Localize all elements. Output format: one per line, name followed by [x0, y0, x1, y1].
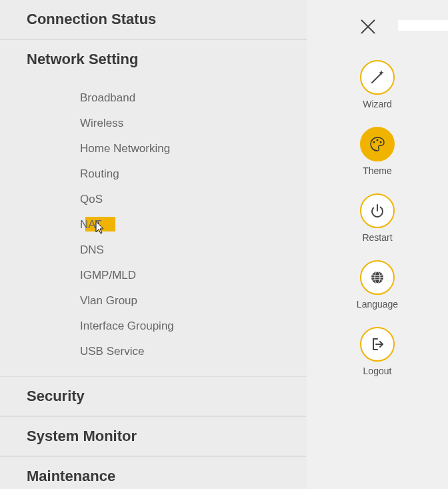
logout-icon: [360, 327, 395, 362]
language-label: Language: [357, 299, 398, 310]
svg-point-4: [377, 139, 379, 141]
submenu-routing[interactable]: Routing: [0, 161, 307, 187]
logout-label: Logout: [363, 366, 392, 376]
security-header[interactable]: Security: [0, 376, 307, 416]
submenu-nat[interactable]: NAT: [0, 212, 307, 237]
theme-label: Theme: [363, 165, 392, 176]
restart-label: Restart: [362, 232, 392, 243]
wizard-icon: [360, 60, 395, 95]
connection-status-header[interactable]: Connection Status: [0, 0, 307, 39]
submenu-broadband[interactable]: Broadband: [0, 85, 307, 111]
wizard-label: Wizard: [363, 99, 392, 109]
submenu-interface-grouping[interactable]: Interface Grouping: [0, 314, 307, 339]
submenu-vlan-group[interactable]: Vlan Group: [0, 288, 307, 314]
submenu-wireless[interactable]: Wireless: [0, 111, 307, 136]
restart-icon: [360, 193, 395, 228]
language-icon: [360, 260, 395, 295]
system-monitor-header[interactable]: System Monitor: [0, 416, 307, 456]
submenu-igmp-mld[interactable]: IGMP/MLD: [0, 263, 307, 288]
theme-action[interactable]: Theme: [360, 127, 395, 176]
theme-icon: [360, 127, 395, 161]
svg-line-2: [372, 73, 381, 83]
network-submenu: Broadband Wireless Home Networking Routi…: [0, 79, 307, 376]
white-bar: [398, 20, 448, 31]
actions-panel: Wizard Theme Restart: [307, 0, 448, 489]
maintenance-header[interactable]: Maintenance: [0, 456, 307, 489]
svg-point-5: [380, 141, 382, 143]
svg-point-3: [373, 141, 375, 143]
submenu-usb-service[interactable]: USB Service: [0, 339, 307, 364]
submenu-dns[interactable]: DNS: [0, 237, 307, 263]
logout-action[interactable]: Logout: [360, 327, 395, 376]
close-icon[interactable]: [355, 13, 381, 40]
submenu-qos[interactable]: QoS: [0, 187, 307, 212]
wizard-action[interactable]: Wizard: [360, 60, 395, 109]
navigation-panel: Connection Status Network Setting Broadb…: [0, 0, 307, 489]
language-action[interactable]: Language: [357, 260, 398, 310]
restart-action[interactable]: Restart: [360, 193, 395, 243]
network-setting-header[interactable]: Network Setting: [0, 39, 307, 79]
submenu-home-networking[interactable]: Home Networking: [0, 136, 307, 161]
